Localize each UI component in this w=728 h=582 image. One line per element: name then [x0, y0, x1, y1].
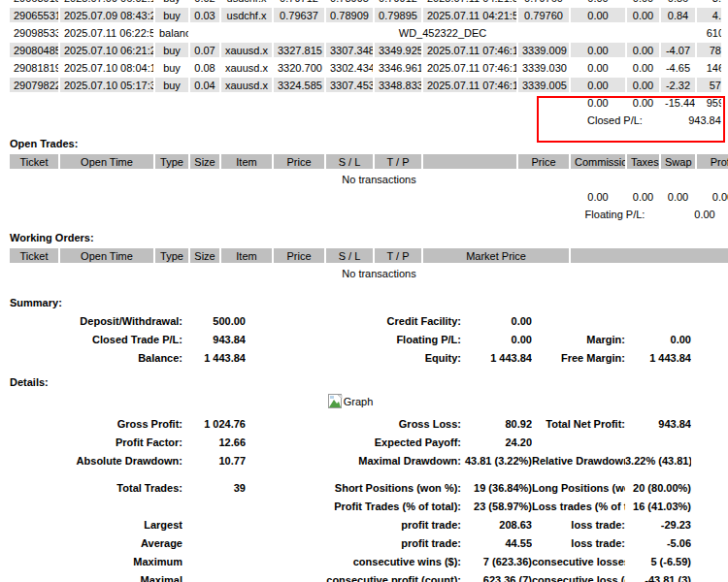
cell-price: 0.79712 [274, 0, 324, 5]
transaction-row: 29079822 2025.07.10 05:17:30 buy 0.04 xa… [10, 78, 721, 92]
cell-commission: 0.00 [571, 0, 625, 5]
col-close-time [423, 154, 516, 169]
details-value: 1 024.76 [182, 416, 246, 432]
details-value [182, 499, 246, 514]
details-value [182, 572, 246, 582]
cell-open-time: 2025.07.09 08:43:26 [60, 8, 153, 22]
col-size: Size [190, 248, 219, 263]
total-swap: -15.44 [661, 95, 695, 110]
cell-ticket: 29079822 [10, 78, 58, 92]
summary-label: Balance: [10, 350, 182, 366]
cell-size: 0.04 [190, 78, 219, 92]
details-row: Profit Factor: 12.66 Expected Payoff: 24… [10, 435, 691, 450]
details-row: Maximum consecutive wins ($): 7 (623.36)… [10, 554, 691, 569]
details-label: Maximal Drawdown: [246, 453, 461, 469]
details-label: Total Trades: [10, 480, 182, 496]
summary-row: Balance: 1 443.84 Equity: 1 443.84 Free … [10, 350, 691, 366]
open-trades-title: Open Trades: [10, 138, 721, 149]
cell-swap: 0.84 [661, 8, 695, 22]
cell-sl: 3307.453 [326, 78, 373, 92]
details-label: Maximum [10, 554, 182, 569]
details-row: Total Trades: 39 Short Positions (won %)… [10, 480, 691, 496]
col-market-price: Market Price [423, 248, 569, 263]
graph-placeholder: Graph [10, 394, 691, 411]
details-value [182, 554, 246, 569]
cell-commission: 0.00 [571, 60, 625, 75]
cell-swap: -4.65 [661, 60, 695, 75]
cell-type: buy [155, 78, 188, 92]
summary-value: 943.84 [182, 332, 246, 347]
details-label [10, 499, 182, 514]
details-label: Absolute Drawdown: [10, 453, 182, 469]
empty-cell [10, 207, 569, 221]
details-label: Relative Drawdown: [532, 453, 625, 469]
cell-size: 0.08 [190, 60, 219, 75]
cell-commission: 0.00 [571, 8, 625, 22]
no-transactions-row: No transactions [10, 172, 728, 186]
cell-price: 0.79637 [274, 8, 324, 22]
summary-value [625, 313, 691, 329]
summary-value: 1 443.84 [182, 350, 246, 366]
details-label: Profit Trades (% of total): [246, 499, 461, 514]
trade-statement-page: 29063915 2025.07.09 06:02:12 buy 0.02 us… [0, 0, 728, 582]
summary-label: Credit Facility: [246, 313, 461, 329]
cell-type: buy [155, 8, 188, 22]
cell-size: 0.07 [190, 43, 219, 57]
details-value [182, 535, 246, 551]
cell-ticket: 29081819 [10, 60, 58, 75]
cell-profit: 57.68 [697, 78, 721, 92]
cell-item: usdchf.x [221, 8, 272, 22]
cell-profit: 78.35 [697, 43, 721, 57]
details-value: 39 [182, 480, 246, 496]
details-value: 12.66 [182, 435, 246, 450]
cell-ticket: 29080485 [10, 43, 58, 57]
cell-open-time: 2025.07.09 06:02:12 [60, 0, 153, 5]
col-tp: T / P [375, 154, 421, 169]
details-value: -29.23 [625, 517, 691, 533]
details-value: 943.84 [625, 416, 691, 432]
total-commission: 0.00 [571, 189, 625, 204]
closed-totals-row: 0.00 0.00 -15.44 959.28 [10, 95, 721, 110]
cell-close-price: 3339.009 [518, 43, 569, 57]
cell-close-price: 3339.005 [518, 78, 569, 92]
summary-label: Margin: [532, 332, 625, 347]
summary-row: Deposit/Withdrawal: 500.00 Credit Facili… [10, 313, 691, 329]
cell-tp: 3346.961 [375, 60, 421, 75]
details-label [532, 435, 625, 450]
total-swap: 0.00 [661, 189, 695, 204]
details-label: Average [10, 535, 182, 551]
empty-cell [10, 189, 569, 204]
details-label: consecutive loss (count): [532, 572, 625, 582]
details-label: profit trade: [246, 535, 461, 551]
cell-size: 0.02 [190, 0, 219, 5]
details-label: consecutive losses ($): [532, 554, 625, 569]
details-value: 80.92 [461, 416, 532, 432]
cell-item: xauusd.x [221, 78, 272, 92]
details-label: profit trade: [246, 517, 461, 533]
details-row: Maximal consecutive profit (count): 623.… [10, 572, 691, 582]
cell-commission: 0.00 [571, 78, 625, 92]
cell-ticket: 29063915 [10, 0, 58, 5]
details-value: -5.06 [625, 535, 691, 551]
cell-profit: 3.22 [697, 0, 721, 5]
details-value: 43.81 (3.22%) [461, 453, 532, 469]
col-swap: Swap [661, 154, 695, 169]
open-totals-row: 0.00 0.00 0.00 0.00 [10, 189, 728, 204]
floating-pl-label: Floating P/L: [571, 207, 659, 221]
closed-transactions-section: 29063915 2025.07.09 06:02:12 buy 0.02 us… [8, 0, 721, 130]
closed-pl-row: Closed P/L: 943.84 [10, 113, 721, 127]
col-sl: S / L [326, 154, 373, 169]
col-ticket: Ticket [10, 248, 58, 263]
summary-row: Closed Trade P/L: 943.84 Floating P/L: 0… [10, 332, 691, 347]
summary-table: Deposit/Withdrawal: 500.00 Credit Facili… [10, 310, 691, 369]
cell-tp: 0.79912 [375, 0, 421, 5]
transaction-row: 29065531 2025.07.09 08:43:26 buy 0.03 us… [10, 8, 721, 22]
cell-price: 3320.700 [274, 60, 324, 75]
col-type: Type [155, 154, 188, 169]
cell-size: 0.03 [190, 8, 219, 22]
cell-open-time: 2025.07.11 06:22:53 [60, 25, 153, 40]
cell-tp: 0.79895 [375, 8, 421, 22]
summary-value: 1 443.84 [461, 350, 532, 366]
empty-cell [10, 113, 569, 127]
cell-tp: 3348.833 [375, 78, 421, 92]
